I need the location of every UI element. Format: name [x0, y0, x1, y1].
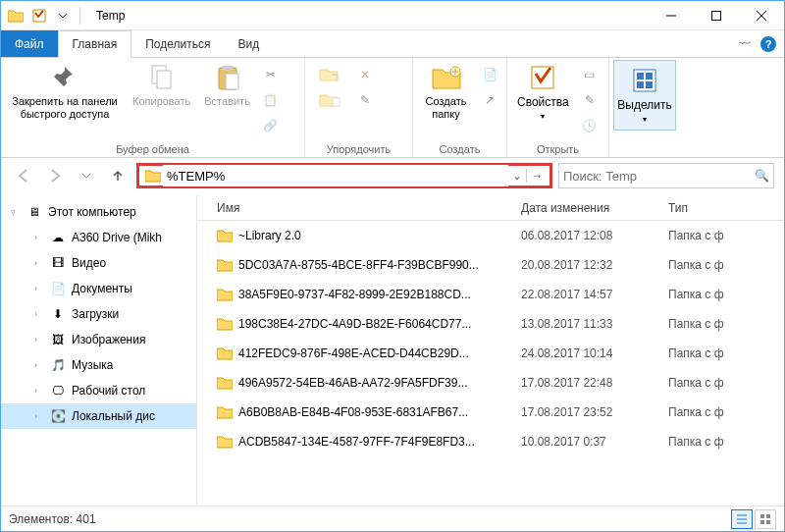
- window-title: Temp: [88, 9, 125, 23]
- nav-item-label: Документы: [72, 282, 132, 295]
- pin-quickaccess-button[interactable]: Закрепить на панели быстрого доступа: [5, 60, 125, 123]
- svg-rect-15: [760, 514, 764, 518]
- tab-file[interactable]: Файл: [1, 30, 58, 57]
- navigation-pane[interactable]: ▿ 🖥 Этот компьютер ›☁A360 Drive (Mikh›🎞В…: [1, 195, 197, 505]
- tab-share[interactable]: Поделиться: [131, 30, 224, 57]
- address-dropdown-icon[interactable]: ⌄: [508, 169, 526, 183]
- close-button[interactable]: [739, 1, 784, 30]
- column-headers[interactable]: Имя Дата изменения Тип: [197, 195, 784, 221]
- folder-icon: [5, 5, 26, 27]
- qat-dropdown-icon[interactable]: [52, 5, 74, 27]
- paste-shortcut-icon: 🔗: [263, 119, 278, 133]
- nav-item[interactable]: ›🎵Музыка: [1, 352, 196, 378]
- open-button[interactable]: ▭: [577, 64, 602, 85]
- file-list[interactable]: Имя Дата изменения Тип ~Library 2.006.08…: [197, 195, 784, 505]
- svg-rect-6: [226, 74, 238, 89]
- search-box[interactable]: 🔍: [558, 163, 774, 188]
- ribbon-collapse-icon[interactable]: 〰: [739, 37, 751, 51]
- copy-icon: [146, 62, 178, 93]
- table-row[interactable]: 412FEDC9-876F-498E-ACED-D44CB29D...24.08…: [197, 339, 784, 368]
- go-button[interactable]: →: [526, 169, 548, 183]
- move-to-button[interactable]: [309, 64, 350, 85]
- copy-path-button[interactable]: 📋: [258, 89, 284, 111]
- table-row[interactable]: 5DC03A7A-8755-4BCE-8FF4-F39BCBF990...20.…: [197, 250, 784, 280]
- table-row[interactable]: ~Library 2.006.08.2017 12:08Папка с ф: [197, 221, 784, 250]
- select-icon: [629, 65, 660, 96]
- file-name: 412FEDC9-876F-498E-ACED-D44CB29D...: [238, 346, 469, 360]
- svg-rect-11: [637, 73, 644, 80]
- paste-button[interactable]: Вставить: [198, 60, 256, 110]
- help-icon[interactable]: ?: [760, 36, 776, 52]
- recent-dropdown[interactable]: [74, 163, 99, 188]
- address-input[interactable]: [163, 165, 508, 186]
- column-date[interactable]: Дата изменения: [521, 201, 668, 215]
- cut-button[interactable]: ✂: [258, 64, 284, 85]
- svg-rect-17: [760, 520, 764, 524]
- up-button[interactable]: [105, 163, 131, 188]
- view-icons-button[interactable]: [755, 509, 776, 529]
- search-icon: 🔍: [755, 169, 769, 183]
- paste-shortcut-button[interactable]: 🔗: [258, 115, 284, 136]
- nav-this-pc[interactable]: ▿ 🖥 Этот компьютер: [1, 199, 196, 225]
- file-name: A6B0B8AB-E84B-4F08-953E-6831AFB67...: [238, 405, 468, 419]
- edit-button[interactable]: ✎: [577, 89, 602, 111]
- folder-icon: [217, 229, 233, 242]
- column-name[interactable]: Имя: [197, 201, 521, 215]
- copy-to-button[interactable]: [309, 89, 350, 111]
- folder-icon: [217, 288, 233, 301]
- file-type: Папка с ф: [668, 435, 784, 449]
- address-bar[interactable]: ⌄ →: [136, 163, 552, 188]
- svg-rect-12: [646, 73, 653, 80]
- easy-access-button[interactable]: ↗: [477, 89, 502, 111]
- rename-button[interactable]: ✎: [352, 89, 378, 111]
- quick-access-toolbar: [1, 5, 88, 27]
- nav-item-label: Видео: [72, 256, 106, 270]
- nav-item[interactable]: ›💽Локальный дис: [1, 403, 196, 429]
- select-button[interactable]: Выделить▾: [613, 60, 676, 131]
- maximize-button[interactable]: [694, 1, 739, 30]
- history-button[interactable]: 🕓: [577, 115, 602, 136]
- pin-icon: [49, 62, 80, 93]
- nav-item[interactable]: ›📄Документы: [1, 276, 196, 301]
- folder-icon: [217, 258, 233, 272]
- properties-button[interactable]: Свойства▾: [511, 60, 575, 125]
- table-row[interactable]: 496A9572-54EB-46AB-AA72-9FA5FDF39...17.0…: [197, 368, 784, 398]
- tab-view[interactable]: Вид: [224, 30, 273, 57]
- nav-item[interactable]: ›🎞Видео: [1, 250, 196, 276]
- new-folder-button[interactable]: Создать папку: [417, 60, 475, 123]
- minimize-button[interactable]: [649, 1, 694, 30]
- properties-qat-icon[interactable]: [28, 5, 50, 27]
- video-icon: 🎞: [50, 255, 66, 271]
- nav-item[interactable]: ›☁A360 Drive (Mikh: [1, 225, 196, 250]
- new-item-button[interactable]: 📄: [477, 64, 502, 85]
- open-icon: ▭: [584, 68, 595, 81]
- table-row[interactable]: ACDB5847-134E-4587-97FF-7F4F9E8FD3...10.…: [197, 427, 784, 456]
- file-date: 10.08.2017 0:37: [521, 435, 668, 449]
- column-type[interactable]: Тип: [668, 201, 784, 215]
- folder-icon: [217, 376, 233, 390]
- copy-path-icon: 📋: [263, 93, 278, 107]
- search-input[interactable]: [563, 169, 755, 184]
- file-name: ~Library 2.0: [238, 229, 301, 242]
- table-row[interactable]: 38A5F9E0-9737-4F82-8999-2E92B188CD...22.…: [197, 280, 784, 309]
- copy-button[interactable]: Копировать: [127, 60, 196, 110]
- back-button[interactable]: [11, 163, 36, 188]
- folder-icon: [217, 435, 233, 449]
- table-row[interactable]: A6B0B8AB-E84B-4F08-953E-6831AFB67...17.0…: [197, 398, 784, 427]
- nav-item-label: A360 Drive (Mikh: [72, 231, 162, 244]
- view-details-button[interactable]: [731, 509, 753, 529]
- new-folder-icon: [431, 62, 462, 93]
- nav-item[interactable]: ›🖵Рабочий стол: [1, 378, 196, 403]
- cloud-icon: ☁: [50, 230, 66, 245]
- move-to-icon: [319, 67, 340, 82]
- rename-icon: ✎: [360, 93, 370, 107]
- folder-icon: [217, 405, 233, 419]
- nav-item[interactable]: ›⬇Загрузки: [1, 301, 196, 327]
- nav-item[interactable]: ›🖼Изображения: [1, 327, 196, 352]
- cut-icon: ✂: [266, 68, 276, 81]
- forward-button[interactable]: [42, 163, 68, 188]
- tab-home[interactable]: Главная: [58, 30, 132, 58]
- table-row[interactable]: 198C38E4-27DC-4A9D-B82E-F6064CD77...13.0…: [197, 309, 784, 339]
- file-type: Папка с ф: [668, 405, 784, 419]
- delete-button[interactable]: ✕: [352, 64, 378, 85]
